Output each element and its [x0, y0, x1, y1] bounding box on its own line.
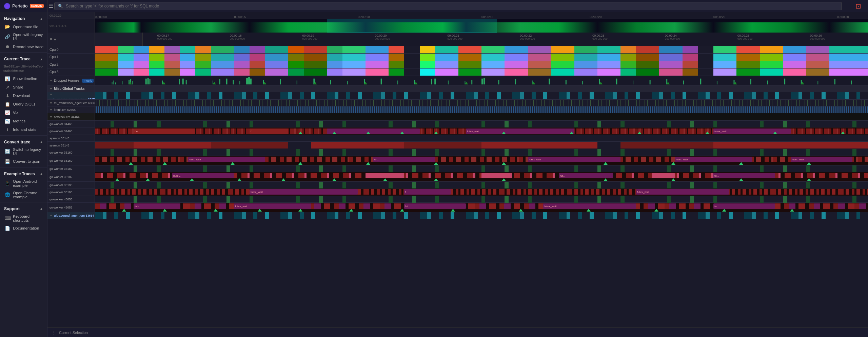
svg-rect-37	[481, 79, 483, 84]
track-content-goworker-35182-1[interactable]	[95, 165, 868, 172]
goworker-35160-label-1: go-worker 35160	[50, 151, 73, 154]
track-content-goworker-45053-1[interactable]	[95, 196, 868, 203]
current-trace-chevron: ▲	[40, 57, 43, 61]
track-label-ml-framework[interactable]: ▼ ml_framework_agent.cm 63562	[47, 100, 95, 106]
chrome-icon: 🌐	[5, 192, 10, 197]
track-label-cpu3[interactable]: Cpu 3	[47, 68, 95, 76]
track-content-sysmon-35146-1[interactable]	[95, 135, 868, 141]
search-bar[interactable]: 🔍	[54, 2, 842, 10]
support-header[interactable]: Support ▲	[0, 205, 47, 213]
track-content-dropped-frames[interactable]	[95, 76, 868, 85]
ruler-tick-4: 00:00:20	[590, 15, 601, 19]
sidebar-item-android-example[interactable]: 📱 Open Android example	[0, 178, 47, 189]
sidebar-item-viz[interactable]: 📈 Viz	[0, 108, 47, 117]
track-label-goworker-35182-2[interactable]: go-worker 35182	[47, 172, 95, 181]
track-label-goworker-35195-2[interactable]: go-worker 35195	[47, 189, 95, 196]
track-label-cpu1[interactable]: Cpu 1	[47, 54, 95, 61]
svg-rect-47	[633, 81, 633, 85]
track-content-goworker-34466-1[interactable]	[95, 121, 868, 127]
track-label-misc-global[interactable]: ▼ Misc Global Tracks	[47, 85, 95, 92]
track-label-sysmon-35146-1[interactable]: sysmon 35146	[47, 135, 95, 141]
search-input[interactable]	[66, 4, 838, 8]
ruler-label-26: 00:00:26000 000 000	[810, 34, 825, 40]
track-content-netstack[interactable]	[95, 113, 868, 120]
track-content-cpu3[interactable]	[95, 68, 868, 76]
svg-rect-42	[549, 79, 550, 84]
track-content-ml-framework[interactable]	[95, 100, 868, 106]
navigation-header[interactable]: Navigation ▲	[0, 15, 47, 22]
timeline-overview[interactable]: 00:20:29 00:00:00 00:00:05 00:00:10 00:0…	[47, 12, 868, 33]
track-content-goworker-35195-1[interactable]	[95, 182, 868, 189]
track-label-netstack[interactable]: ▼ netstack.cm 34464	[47, 113, 95, 120]
sidebar-item-info-stats[interactable]: ℹ Info and stats	[0, 125, 47, 134]
track-content-misc-global[interactable]	[95, 85, 868, 92]
track-content-cpu0[interactable]	[95, 46, 868, 53]
keyboard-shortcuts-label: Keyboard shortcuts	[13, 214, 44, 222]
sidebar-item-switch-legacy[interactable]: 🔄 Switch to legacy UI	[0, 146, 47, 157]
sidebar-item-query-sql[interactable]: 📋 Query (SQL)	[0, 100, 47, 108]
svg-rect-56	[784, 79, 785, 84]
convert-trace-header[interactable]: Convert trace ▲	[0, 138, 47, 146]
track-content-ultrasound[interactable]	[95, 212, 868, 219]
track-content-goworker-45053-2[interactable]: fute... futex_wait fut... futex_wait fu.…	[95, 203, 868, 212]
sidebar-item-keyboard-shortcuts[interactable]: ⌨ Keyboard shortcuts	[0, 213, 47, 224]
track-label-goworker-35160-2[interactable]: go-worker 35160	[47, 156, 95, 165]
track-content-goworker-35160-2[interactable]: futex_wait fut... futex_wait futex_wait …	[95, 156, 868, 165]
track-label-goworker-35160-1[interactable]: go-worker 35160	[47, 149, 95, 156]
sidebar-item-chrome-example[interactable]: 🌐 Open Chrome example	[0, 189, 47, 201]
support-chevron: ▲	[40, 207, 43, 211]
pink-35182-2	[481, 173, 512, 178]
track-label-goworker-45053-1[interactable]: go-worker 45053	[47, 196, 95, 202]
sidebar-item-open-legacy[interactable]: 🔗 Open with legacy UI	[0, 31, 47, 42]
sidebar-item-share[interactable]: ↗ Share	[0, 83, 47, 92]
track-label-web-engine[interactable]: ▼ web_engine_exe:renderer 299727 Netflix	[47, 92, 95, 99]
status-dots[interactable]: ⋮	[52, 330, 56, 335]
canary-badge: CANARY	[30, 4, 44, 8]
track-content-kronk[interactable]	[95, 106, 868, 113]
track-label-kronk[interactable]: ▼ kronk.cm 62655	[47, 106, 95, 113]
track-content-web-engine[interactable]	[95, 92, 868, 99]
track-label-cpu2[interactable]: Cpu 2	[47, 61, 95, 68]
sidebar-item-download[interactable]: ⬇ Download	[0, 92, 47, 100]
example-traces-header[interactable]: Example Traces ▲	[0, 170, 47, 178]
track-content-cpu2[interactable]	[95, 61, 868, 68]
track-content-cpu1[interactable]	[95, 54, 868, 61]
sidebar-item-convert-json[interactable]: 💾 Convert to .json	[0, 157, 47, 166]
ruler-labels: 00:00:17000 000 000 00:00:18000 000 000 …	[142, 33, 868, 46]
track-content-sysmon-35146-2[interactable]	[95, 142, 868, 148]
track-label-goworker-35182-1[interactable]: go-worker 35182	[47, 165, 95, 172]
svg-rect-40	[515, 79, 516, 84]
pink-35182-3	[652, 173, 675, 178]
sidebar-item-open-trace[interactable]: 📂 Open trace file	[0, 22, 47, 31]
track-label-goworker-34466-1[interactable]: go-worker 34466	[47, 121, 95, 127]
ruler-label-24: 00:00:24000 000 000	[665, 34, 680, 40]
trace-area[interactable]: ✕ ≡ 00:00:17000 000 000 00:00:18000 000 …	[47, 33, 868, 328]
track-content-goworker-35195-2[interactable]: futex_wait f futex_wait	[95, 189, 868, 196]
sidebar-item-record-trace[interactable]: ⏺ Record new trace	[0, 42, 47, 51]
svg-rect-9	[150, 79, 151, 84]
track-label-ultrasound[interactable]: ▼ ultrasound_agent.cm 63664	[47, 212, 95, 219]
svg-rect-6	[132, 81, 133, 84]
current-trace-header[interactable]: Current Trace ▲	[0, 55, 47, 63]
track-cpu0: Cpu 0	[47, 46, 868, 54]
expand-tracks-icon[interactable]: ≡	[54, 37, 56, 41]
track-label-goworker-45053-2[interactable]: go-worker 45053	[47, 203, 95, 212]
close-icon[interactable]: ⊡	[853, 2, 864, 10]
track-content-goworker-35160-1[interactable]	[95, 149, 868, 156]
sidebar-section-support: Support ▲ ⌨ Keyboard shortcuts 📄 Documen…	[0, 202, 47, 234]
track-goworker-35160-green: go-worker 35160	[47, 149, 868, 156]
track-label-goworker-34466-2[interactable]: go-worker 34466	[47, 127, 95, 135]
sidebar-item-show-timeline[interactable]: 📊 Show timeline	[0, 75, 47, 83]
close-tracks-icon[interactable]: ✕	[50, 37, 53, 41]
track-label-sysmon-35146-2[interactable]: sysmon 35146	[47, 142, 95, 149]
track-goworker-34466-red: go-worker 34466 f u... f... futex_wait f…	[47, 127, 868, 135]
track-label-dropped-frames[interactable]: ▼ Dropped Frames metric	[47, 76, 95, 85]
ruler-tick-0: 00:00:00	[95, 15, 107, 19]
track-label-goworker-35195-1[interactable]: go-worker 35195	[47, 182, 95, 188]
track-label-cpu0[interactable]: Cpu 0	[47, 46, 95, 53]
track-content-goworker-34466-2[interactable]: f u... f... futex_wait futex_wait	[95, 127, 868, 135]
sidebar-item-metrics[interactable]: 📉 Metrics	[0, 117, 47, 125]
track-content-goworker-35182-2[interactable]: bule... fut... fu...	[95, 172, 868, 181]
sidebar-item-documentation[interactable]: 📄 Documentation	[0, 224, 47, 233]
overview-minimap[interactable]: 994 175 375	[47, 19, 868, 33]
